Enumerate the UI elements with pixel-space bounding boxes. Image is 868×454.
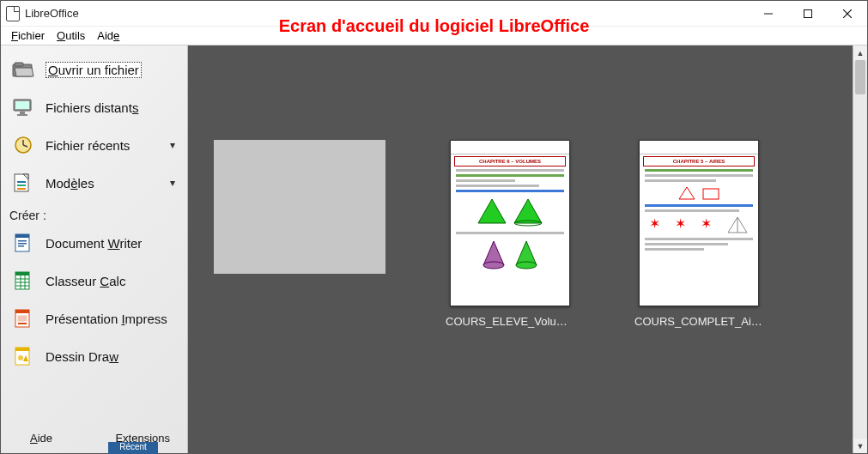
thumbnail-label: COURS_COMPLET_Aires...: [634, 315, 763, 328]
maximize-button[interactable]: [788, 1, 828, 27]
sidebar-help-link[interactable]: Aide: [30, 432, 52, 445]
sidebar-item-label: Présentation Impress: [46, 312, 167, 326]
sidebar-create-calc[interactable]: Classeur Calc: [6, 262, 182, 300]
blank-thumbnail: [214, 140, 385, 274]
recent-documents-area: CHAPITRE 6 – VOLUMES: [188, 45, 867, 453]
window-title: LibreOffice: [25, 7, 79, 20]
scroll-thumb[interactable]: [855, 60, 865, 94]
sidebar-item-label: Ouvrir un fichier: [46, 62, 142, 78]
svg-marker-6: [15, 68, 33, 76]
svg-rect-10: [17, 114, 27, 116]
svg-point-43: [483, 262, 504, 269]
chevron-down-icon: ▾: [170, 139, 179, 151]
sidebar-item-label: Dessin Draw: [46, 349, 118, 364]
star-icon: ✶: [649, 215, 660, 234]
thumbnail: CHAPITRE 5 – AIRES ✶✶✶: [639, 140, 759, 306]
menu-fichier[interactable]: Fichier: [6, 28, 50, 43]
svg-rect-36: [15, 348, 29, 351]
titlebar: LibreOffice: [1, 1, 867, 27]
svg-rect-18: [17, 188, 26, 190]
blank-document-slot[interactable]: [214, 140, 385, 274]
writer-icon: [9, 231, 37, 255]
remote-files-icon: [9, 95, 37, 119]
open-file-icon: [9, 58, 37, 82]
svg-rect-1: [804, 9, 812, 17]
svg-rect-23: [18, 245, 24, 247]
sidebar-recent-files[interactable]: Fichier récents ▾: [6, 126, 182, 164]
window: LibreOffice Ecran d'accueil du logiciel …: [0, 0, 868, 454]
star-icon: ✶: [701, 215, 712, 234]
star-icon: ✶: [675, 215, 686, 234]
footer-strip: Récent: [0, 444, 868, 454]
app-icon: [6, 6, 20, 21]
templates-icon: [9, 171, 37, 195]
close-icon: [843, 9, 852, 18]
sidebar-create-impress[interactable]: Présentation Impress: [6, 300, 182, 337]
recent-files-icon: [9, 133, 37, 157]
svg-point-45: [516, 262, 537, 269]
svg-rect-8: [15, 101, 29, 109]
menu-outils[interactable]: Outils: [52, 28, 90, 43]
minimize-button[interactable]: [749, 1, 788, 27]
sidebar-templates[interactable]: Modèles ▾: [6, 164, 182, 202]
sidebar-section-create: Créer :: [6, 202, 182, 224]
svg-rect-47: [703, 189, 719, 199]
svg-rect-9: [20, 112, 25, 114]
svg-rect-22: [18, 243, 27, 245]
close-button[interactable]: [828, 1, 867, 27]
svg-rect-34: [18, 323, 27, 324]
sidebar-item-label: Document Writer: [46, 236, 142, 251]
sidebar-remote-files[interactable]: Fichiers distants: [6, 88, 182, 126]
svg-rect-5: [15, 63, 23, 66]
sidebar: Ouvrir un fichier Fichiers distants Fich…: [1, 45, 188, 453]
svg-marker-39: [478, 199, 506, 223]
svg-rect-21: [18, 240, 27, 242]
scroll-track[interactable]: [853, 60, 867, 439]
footer-recent-tab[interactable]: Récent: [108, 442, 158, 454]
svg-point-37: [18, 355, 23, 360]
svg-marker-40: [514, 199, 542, 223]
vertical-scrollbar[interactable]: ▲ ▼: [853, 45, 867, 453]
impress-icon: [9, 306, 37, 330]
draw-icon: [9, 344, 37, 368]
sidebar-create-writer[interactable]: Document Writer: [6, 224, 182, 262]
svg-rect-17: [17, 185, 26, 186]
svg-rect-20: [15, 234, 29, 238]
svg-rect-25: [15, 272, 29, 275]
sidebar-item-label: Fichier récents: [46, 138, 130, 153]
thumbnail: CHAPITRE 6 – VOLUMES: [450, 140, 570, 306]
sidebar-item-label: Classeur Calc: [46, 274, 125, 288]
svg-rect-16: [17, 181, 26, 183]
maximize-icon: [804, 9, 812, 18]
calc-icon: [9, 269, 37, 293]
sidebar-item-label: Fichiers distants: [46, 100, 138, 115]
svg-rect-33: [18, 316, 27, 321]
svg-rect-32: [15, 310, 29, 313]
svg-marker-46: [679, 187, 695, 199]
chevron-down-icon: ▾: [170, 177, 179, 189]
recent-doc-volumes[interactable]: CHAPITRE 6 – VOLUMES: [446, 140, 574, 328]
recent-doc-aires[interactable]: CHAPITRE 5 – AIRES ✶✶✶: [634, 140, 763, 328]
scroll-up-button[interactable]: ▲: [853, 45, 867, 60]
sidebar-create-draw[interactable]: Dessin Draw: [6, 337, 182, 375]
minimize-icon: [764, 9, 773, 18]
sidebar-open-file[interactable]: Ouvrir un fichier: [6, 51, 182, 88]
sidebar-item-label: Modèles: [46, 176, 94, 191]
thumbnail-label: COURS_ELEVE_Volumes...: [446, 315, 574, 328]
menu-aide[interactable]: Aide: [92, 28, 124, 43]
menubar: Fichier Outils Aide: [1, 27, 867, 45]
body: Ouvrir un fichier Fichiers distants Fich…: [1, 45, 867, 453]
